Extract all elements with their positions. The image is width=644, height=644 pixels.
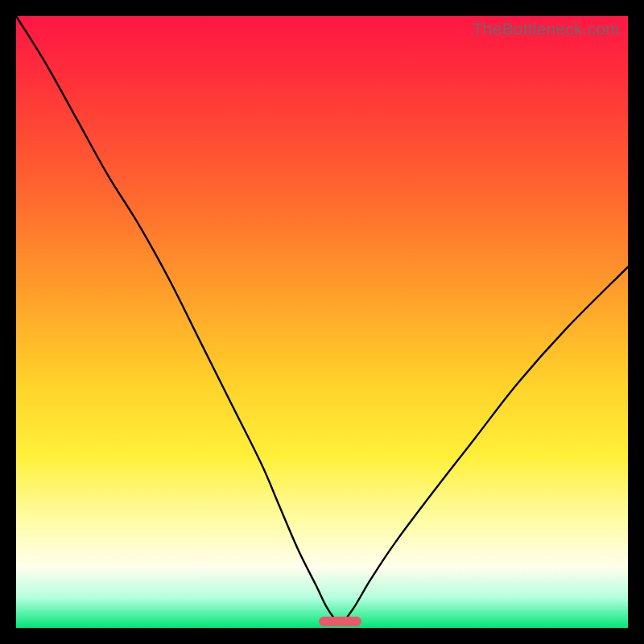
plot-area: TheBottleneck.com bbox=[16, 16, 628, 628]
optimal-marker bbox=[319, 617, 361, 626]
bottleneck-curve bbox=[16, 16, 628, 628]
chart-frame: TheBottleneck.com bbox=[16, 16, 628, 628]
